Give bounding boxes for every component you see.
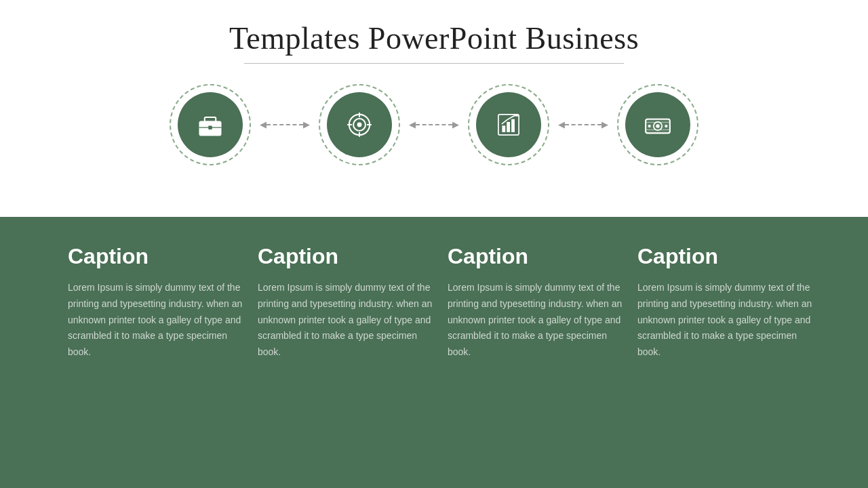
caption-col-4: Caption Lorem Ipsum is simply dummy text…: [637, 244, 814, 361]
caption-title-2: Caption: [258, 244, 434, 269]
svg-point-6: [357, 123, 362, 127]
icon-wrapper-3: [468, 84, 549, 165]
title-divider: [244, 63, 624, 64]
bottom-section: Caption Lorem Ipsum is simply dummy text…: [0, 217, 868, 488]
caption-col-2: Caption Lorem Ipsum is simply dummy text…: [258, 244, 448, 361]
top-section: Templates PowerPoint Business: [0, 0, 868, 217]
icon-wrapper-1: [170, 84, 251, 165]
icons-row: ◀ ▶: [0, 84, 868, 165]
caption-text-1: Lorem Ipsum is simply dummy text of the …: [68, 280, 244, 361]
target-icon: [344, 110, 374, 140]
icon-circle-inner-1: [178, 92, 243, 157]
svg-rect-13: [507, 122, 510, 132]
svg-point-21: [665, 125, 667, 127]
arrow-connector-2: ◀ ▶: [400, 119, 468, 130]
arrow-left-3: ◀: [558, 119, 565, 130]
chart-icon: [494, 110, 524, 140]
caption-title-3: Caption: [448, 244, 624, 269]
svg-rect-14: [511, 119, 515, 132]
briefcase-icon: [195, 110, 225, 140]
caption-text-2: Lorem Ipsum is simply dummy text of the …: [258, 280, 434, 361]
caption-text-4: Lorem Ipsum is simply dummy text of the …: [637, 280, 814, 361]
icon-circle-outer-3: [468, 84, 549, 165]
caption-text-3: Lorem Ipsum is simply dummy text of the …: [448, 280, 624, 361]
svg-point-20: [648, 125, 651, 127]
arrow-left-1: ◀: [260, 119, 267, 130]
icon-circle-outer-1: [170, 84, 251, 165]
main-title: Templates PowerPoint Business: [229, 20, 639, 56]
arrow-right-3: ▶: [601, 119, 608, 130]
icon-circle-outer-4: [617, 84, 698, 165]
icon-circle-outer-2: [319, 84, 400, 165]
svg-rect-1: [205, 117, 216, 122]
arrow-connector-3: ◀ ▶: [549, 119, 617, 130]
money-icon: [643, 110, 673, 140]
page: Templates PowerPoint Business: [0, 0, 868, 488]
icon-wrapper-2: [319, 84, 400, 165]
icon-circle-inner-3: [476, 92, 541, 157]
caption-title-4: Caption: [637, 244, 814, 269]
caption-col-3: Caption Lorem Ipsum is simply dummy text…: [448, 244, 637, 361]
arrow-right-2: ▶: [452, 119, 459, 130]
icon-wrapper-4: [617, 84, 698, 165]
svg-rect-3: [208, 125, 212, 129]
arrow-right-1: ▶: [303, 119, 310, 130]
icon-circle-inner-4: [625, 92, 690, 157]
caption-col-1: Caption Lorem Ipsum is simply dummy text…: [68, 244, 258, 361]
arrow-left-2: ◀: [409, 119, 416, 130]
icon-circle-inner-2: [327, 92, 392, 157]
svg-point-19: [656, 124, 660, 128]
arrow-connector-1: ◀ ▶: [251, 119, 319, 130]
caption-title-1: Caption: [68, 244, 244, 269]
svg-rect-12: [502, 125, 505, 132]
